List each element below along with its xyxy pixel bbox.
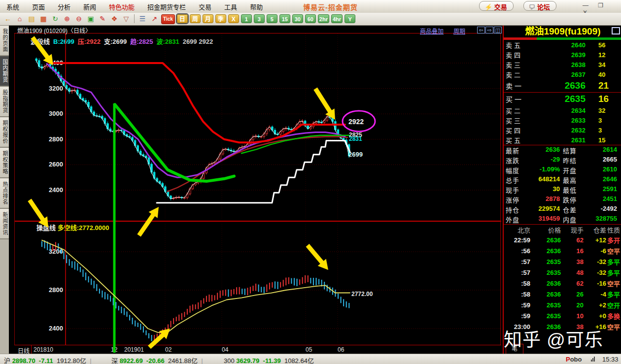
- interval-button-2hr[interactable]: 2hr: [318, 14, 329, 23]
- paint-icon[interactable]: ❖: [109, 14, 120, 24]
- period-button-季[interactable]: 季: [215, 14, 226, 23]
- stat-value: 2665: [577, 156, 620, 165]
- split-view-icon[interactable]: ◫: [494, 27, 502, 33]
- period-button-X[interactable]: X: [228, 14, 239, 23]
- tick-row: :57263538-32多平: [504, 256, 621, 267]
- ask-row[interactable]: 卖四263912: [504, 50, 621, 60]
- stat-label: 内盘: [563, 215, 577, 224]
- ask-row[interactable]: 卖五264056: [504, 40, 621, 50]
- sidebar-tab-新闻资讯[interactable]: 新闻资讯: [0, 209, 9, 239]
- tick-oi-change: -6: [584, 247, 606, 255]
- level-label: 买三: [506, 116, 531, 125]
- interval-button-60[interactable]: 60: [305, 14, 316, 23]
- zoom-out-icon[interactable]: ⊖: [73, 14, 84, 24]
- back-icon[interactable]: ←: [2, 14, 13, 24]
- overlay-commodity-link[interactable]: 商品叠加: [420, 27, 444, 35]
- period-button-周[interactable]: 周: [190, 14, 201, 23]
- notes-icon[interactable]: ▤: [26, 14, 37, 24]
- sidebar-tab-股指期货[interactable]: 股指期货: [0, 87, 9, 117]
- tick-period-button[interactable]: Tick: [161, 14, 175, 24]
- stat-label: 开盘: [563, 165, 577, 175]
- sidebar-tab-期权报价[interactable]: 期权报价: [0, 117, 9, 148]
- tick-nature: 多平: [606, 257, 620, 266]
- tick-oi-change: -4: [584, 291, 606, 298]
- menu-交易[interactable]: 交易: [192, 0, 218, 11]
- filter-icon[interactable]: ▽: [121, 14, 132, 24]
- level-label: 买二: [506, 106, 531, 115]
- bid-row[interactable]: 买五263115: [504, 135, 621, 145]
- trend-icon[interactable]: ↗: [149, 14, 160, 24]
- menu-招金期货专栏[interactable]: 招金期货专栏: [141, 0, 192, 11]
- sidebar-tab-热点排名[interactable]: 热点排名: [0, 178, 9, 209]
- menu-工具[interactable]: 工具: [218, 0, 243, 11]
- interval-button-15[interactable]: 15: [279, 14, 290, 23]
- menu-系统[interactable]: 系统: [0, 0, 26, 11]
- interval-button-3[interactable]: 3: [254, 14, 265, 23]
- stat-value: 2614: [577, 146, 620, 155]
- sidebar-tab-期权策略[interactable]: 期权策略: [0, 148, 9, 178]
- quote-table-icon[interactable]: ☰: [137, 14, 148, 24]
- period-link[interactable]: 周期: [453, 27, 465, 35]
- stat-value: 319459: [519, 215, 563, 224]
- tick-price: 2636: [532, 280, 561, 287]
- menu-帮助[interactable]: 帮助: [243, 0, 269, 11]
- bid-row[interactable]: 买三26333: [504, 115, 621, 125]
- ask-row[interactable]: 卖二263740: [504, 69, 621, 79]
- menu-特色功能[interactable]: 特色功能: [103, 0, 141, 11]
- toolbar: ←⌂▤▦↻⊕⊖▣✎❖▽☰↗Tick日周月季X1351530602hr4hrY: [0, 13, 621, 26]
- refresh-icon[interactable]: ↻: [50, 14, 61, 24]
- candlestick-chart[interactable]: 3400320030002800260024003200280024002922…: [14, 33, 501, 354]
- interval-button-Y[interactable]: Y: [345, 14, 355, 23]
- title-bar: 系统页面分析新闻特色功能招金期货专栏交易工具帮助 博易云-招金期货 ⚡ 交易 🗩…: [0, 0, 621, 13]
- forum-button[interactable]: 🗩 论坛: [523, 1, 556, 11]
- bid-row[interactable]: 买四26323: [504, 125, 621, 135]
- sidebar-tab-国内期货[interactable]: 国内期货: [0, 56, 9, 87]
- prev-page-icon[interactable]: ⇦: [477, 27, 485, 33]
- level-volume: 3: [598, 117, 620, 124]
- ask-row[interactable]: 卖三263834: [504, 60, 621, 69]
- interval-button-4hr[interactable]: 4hr: [331, 14, 343, 23]
- home-icon[interactable]: ⌂: [14, 14, 25, 24]
- level-label: 买四: [506, 126, 531, 135]
- menu-页面[interactable]: 页面: [26, 0, 51, 11]
- stat-row: 涨停2878跌停2451: [504, 195, 621, 204]
- level-price: 2636: [531, 80, 598, 91]
- stat-cell: 涨跌-29: [506, 156, 563, 165]
- best-ask-row[interactable]: 卖一263621: [504, 79, 621, 92]
- menu-分析[interactable]: 分析: [51, 0, 77, 11]
- zoom-in-icon[interactable]: ⊕: [62, 14, 72, 24]
- draw-icon[interactable]: ✎: [97, 14, 108, 24]
- level-price: 2640: [531, 41, 598, 49]
- tick-price: 2635: [532, 312, 561, 320]
- level-label: 买一: [506, 94, 531, 104]
- stat-row: 持仓229574仓差-2492: [504, 204, 621, 214]
- f10-icon[interactable]: ▦: [38, 14, 49, 24]
- interval-button-30[interactable]: 30: [292, 14, 303, 23]
- period-button-日[interactable]: 日: [177, 14, 188, 23]
- stat-value: 2646: [577, 175, 620, 185]
- stat-cell: 外盘319459: [506, 215, 563, 224]
- level-volume: 15: [598, 136, 620, 144]
- tick-volume: 26: [561, 291, 584, 298]
- interval-button-5[interactable]: 5: [267, 14, 277, 23]
- status-bar: 沪 2898.70 -7.11 1912.80亿 |深 8922.69 -20.…: [0, 354, 621, 364]
- trade-button[interactable]: ⚡ 交易: [479, 1, 514, 11]
- next-page-icon[interactable]: ⇨: [485, 27, 493, 33]
- stat-label: 幅度: [506, 165, 519, 175]
- level-volume: 56: [598, 41, 620, 49]
- restore-window-icon[interactable]: [612, 27, 620, 34]
- bid-row[interactable]: 买二263432: [504, 105, 621, 115]
- tick-oi-change: -32: [584, 269, 606, 276]
- menu-新闻[interactable]: 新闻: [77, 0, 103, 11]
- level-price: 2632: [531, 127, 598, 134]
- period-button-月[interactable]: 月: [203, 14, 213, 23]
- interval-button-1[interactable]: 1: [241, 14, 252, 23]
- tick-price: 2635: [532, 301, 561, 309]
- level-label: 卖三: [506, 60, 531, 69]
- sidebar-tab-我的页面[interactable]: 我的页面: [0, 26, 9, 56]
- best-bid-row[interactable]: 买一263516: [504, 93, 621, 105]
- overlay-blocks-icon[interactable]: ▣: [85, 14, 96, 24]
- stat-label: 最高: [563, 175, 577, 185]
- svg-text:2800: 2800: [49, 286, 63, 294]
- tick-header-cell: 现手: [561, 225, 584, 234]
